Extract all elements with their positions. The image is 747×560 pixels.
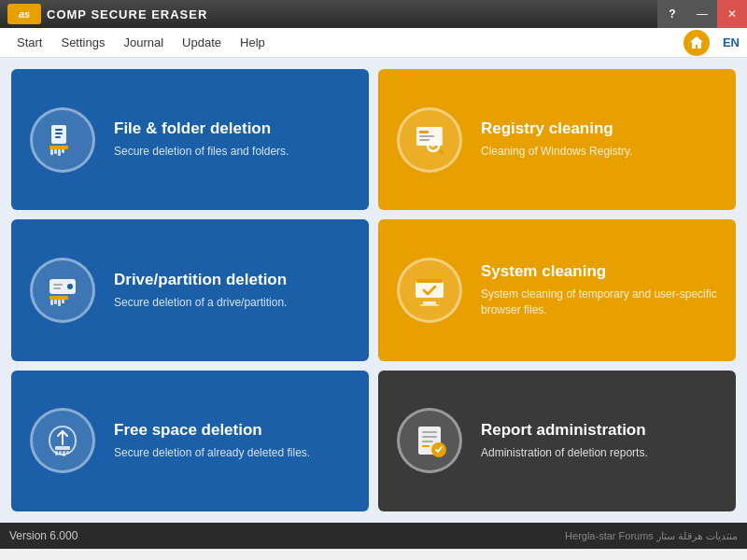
tile-drive-partition[interactable]: Drive/partition deletion Secure deletion… bbox=[11, 219, 369, 360]
svg-rect-22 bbox=[53, 287, 61, 289]
help-button[interactable]: ? bbox=[657, 0, 687, 28]
main-content: File & folder deletion Secure deletion o… bbox=[0, 58, 747, 523]
tile-system-cleaning-text: System cleaning System cleaning of tempo… bbox=[481, 262, 717, 318]
registry-icon bbox=[411, 121, 448, 159]
tile-system-cleaning-icon-circle bbox=[397, 258, 462, 323]
svg-rect-7 bbox=[55, 133, 63, 134]
tile-registry-text: Registry cleaning Cleaning of Windows Re… bbox=[481, 119, 717, 160]
minimize-button[interactable]: — bbox=[687, 0, 717, 28]
svg-rect-27 bbox=[55, 446, 70, 450]
tile-file-folder-desc: Secure deletion of files and folders. bbox=[114, 144, 350, 160]
svg-rect-17 bbox=[50, 300, 53, 305]
tile-free-space[interactable]: Free space deletion Secure deletion of a… bbox=[11, 371, 369, 511]
tile-free-space-title: Free space deletion bbox=[114, 421, 350, 440]
tile-free-space-text: Free space deletion Secure deletion of a… bbox=[114, 421, 350, 461]
tile-file-folder[interactable]: File & folder deletion Secure deletion o… bbox=[11, 69, 369, 210]
svg-rect-3 bbox=[54, 149, 57, 154]
svg-rect-16 bbox=[49, 296, 68, 300]
svg-rect-1 bbox=[49, 146, 68, 149]
tile-report-admin-title: Report administration bbox=[481, 421, 717, 440]
svg-rect-11 bbox=[419, 135, 434, 137]
file-shredder-icon bbox=[44, 121, 81, 159]
svg-rect-20 bbox=[62, 300, 64, 303]
svg-rect-2 bbox=[50, 149, 53, 155]
tile-drive-partition-icon-circle bbox=[30, 258, 95, 323]
tile-registry[interactable]: Registry cleaning Cleaning of Windows Re… bbox=[378, 69, 736, 210]
menu-journal[interactable]: Journal bbox=[114, 30, 173, 55]
menu-settings[interactable]: Settings bbox=[51, 30, 114, 55]
logo-box: as bbox=[7, 4, 41, 24]
tile-free-space-icon-circle bbox=[30, 408, 95, 473]
svg-rect-8 bbox=[55, 136, 61, 138]
tile-system-cleaning-title: System cleaning bbox=[481, 262, 717, 281]
tile-file-folder-icon-circle bbox=[30, 107, 95, 173]
svg-rect-35 bbox=[422, 441, 433, 442]
drive-shredder-icon bbox=[44, 272, 81, 309]
tile-registry-title: Registry cleaning bbox=[481, 119, 717, 138]
tile-free-space-desc: Secure deletion of already deleted files… bbox=[114, 445, 350, 461]
tile-report-admin-icon-circle bbox=[397, 408, 462, 473]
home-button[interactable] bbox=[684, 30, 710, 56]
tile-report-admin[interactable]: Report administration Administration of … bbox=[378, 371, 736, 511]
menubar: Start Settings Journal Update Help EN bbox=[0, 28, 747, 58]
tile-drive-partition-title: Drive/partition deletion bbox=[114, 271, 350, 289]
svg-rect-33 bbox=[422, 431, 437, 433]
svg-rect-4 bbox=[58, 149, 61, 156]
svg-rect-24 bbox=[416, 279, 444, 283]
menu-help[interactable]: Help bbox=[231, 30, 275, 55]
svg-rect-18 bbox=[54, 300, 57, 304]
report-admin-icon bbox=[411, 422, 448, 459]
version-text: Version 6.000 bbox=[9, 529, 78, 542]
footer: Version 6.000 Hergla-star Forums منتديات… bbox=[0, 523, 747, 549]
tile-drive-partition-desc: Secure deletion of a drive/partition. bbox=[114, 295, 350, 311]
free-space-icon bbox=[44, 422, 81, 459]
tile-report-admin-text: Report administration Administration of … bbox=[481, 421, 717, 461]
logo-area: as COMP SECURE ERASER bbox=[7, 4, 207, 24]
svg-rect-10 bbox=[419, 131, 429, 133]
tile-system-cleaning-desc: System cleaning of temporary and user-sp… bbox=[481, 287, 717, 318]
svg-rect-6 bbox=[55, 129, 63, 131]
system-cleaning-icon bbox=[411, 272, 448, 309]
tile-registry-icon-circle bbox=[397, 107, 462, 173]
svg-rect-21 bbox=[53, 284, 63, 286]
menu-start[interactable]: Start bbox=[7, 30, 51, 55]
svg-rect-29 bbox=[59, 451, 62, 455]
svg-rect-30 bbox=[63, 451, 65, 456]
app-title: COMP SECURE ERASER bbox=[47, 7, 207, 21]
tile-file-folder-text: File & folder deletion Secure deletion o… bbox=[114, 119, 350, 160]
svg-rect-34 bbox=[422, 436, 437, 438]
footer-watermark: Hergla-star Forums منتديات هرقلة ستار bbox=[565, 530, 738, 542]
window-controls: ? — ✕ bbox=[657, 0, 747, 28]
svg-rect-25 bbox=[423, 301, 436, 304]
tile-file-folder-title: File & folder deletion bbox=[114, 119, 350, 138]
tile-report-admin-desc: Administration of deletion reports. bbox=[481, 445, 717, 461]
language-button[interactable]: EN bbox=[723, 35, 740, 49]
svg-rect-28 bbox=[55, 451, 58, 455]
tile-system-cleaning[interactable]: System cleaning System cleaning of tempo… bbox=[378, 219, 736, 360]
svg-rect-31 bbox=[66, 451, 69, 454]
svg-rect-19 bbox=[58, 300, 61, 306]
tile-registry-desc: Cleaning of Windows Registry. bbox=[481, 144, 717, 160]
titlebar: as COMP SECURE ERASER ? — ✕ bbox=[0, 0, 747, 28]
svg-rect-26 bbox=[420, 304, 439, 306]
tile-drive-partition-text: Drive/partition deletion Secure deletion… bbox=[114, 271, 350, 311]
svg-point-15 bbox=[67, 284, 73, 289]
svg-rect-36 bbox=[422, 445, 430, 447]
menu-update[interactable]: Update bbox=[173, 30, 231, 55]
svg-rect-5 bbox=[62, 149, 64, 153]
close-button[interactable]: ✕ bbox=[717, 0, 747, 28]
